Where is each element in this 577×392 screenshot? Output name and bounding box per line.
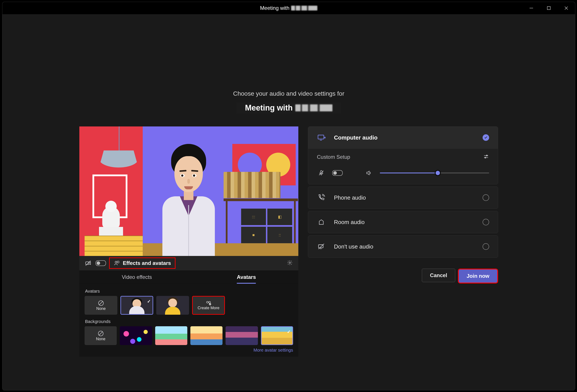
create-more-avatars[interactable]: Create More	[192, 296, 225, 315]
tab-avatars[interactable]: Avatars	[230, 271, 262, 284]
background-option-5[interactable]: ✓	[261, 326, 293, 345]
svg-point-12	[209, 301, 211, 303]
window-title-participant-redacted	[291, 6, 317, 10]
phone-audio-option[interactable]: Phone audio	[308, 187, 498, 209]
action-buttons: Cancel Join now	[308, 269, 498, 284]
meeting-title-participant-redacted	[295, 104, 332, 111]
svg-rect-1	[547, 6, 550, 10]
check-icon: ✓	[147, 299, 151, 304]
check-icon: ✓	[287, 329, 291, 334]
background-option-4[interactable]	[225, 326, 258, 345]
meeting-title-prefix: Meeting with	[245, 103, 293, 112]
svg-line-17	[99, 331, 103, 335]
audio-column: Computer audio Custom Setup	[308, 127, 498, 357]
no-audio-option[interactable]: Don't use audio	[308, 235, 498, 258]
avatar-thumbnails: None ✓	[85, 296, 293, 315]
meeting-title-line: Meeting with	[236, 102, 341, 113]
avatar-option-1[interactable]: ✓	[120, 296, 153, 315]
computer-audio-option[interactable]: Computer audio	[308, 127, 498, 149]
custom-setup-section: Custom Setup	[308, 149, 498, 184]
gear-icon	[287, 260, 293, 265]
minimize-button[interactable]	[523, 2, 540, 14]
title-bar: Meeting with	[2, 2, 575, 14]
camera-off-icon	[84, 260, 92, 266]
computer-audio-label: Computer audio	[334, 134, 377, 141]
prohibit-icon	[98, 330, 104, 337]
radio-unchecked-icon	[483, 194, 489, 201]
effects-icon	[114, 260, 120, 266]
svg-point-11	[207, 301, 208, 303]
room-audio-option[interactable]: Room audio	[308, 211, 498, 233]
speaker-icon	[364, 170, 373, 176]
phone-audio-label: Phone audio	[334, 194, 366, 201]
volume-slider[interactable]	[380, 172, 489, 173]
effects-button-label: Effects and avatars	[123, 260, 171, 266]
audio-box: Computer audio Custom Setup	[308, 127, 498, 184]
join-now-highlight: Join now	[458, 269, 498, 284]
svg-point-8	[289, 262, 291, 263]
svg-point-6	[115, 261, 117, 263]
svg-rect-7	[117, 261, 119, 263]
svg-line-10	[99, 301, 103, 305]
phone-icon	[317, 194, 326, 201]
radio-unchecked-icon	[483, 219, 489, 225]
no-audio-label: Don't use audio	[334, 243, 373, 250]
mic-muted-icon	[317, 170, 326, 176]
window-title: Meeting with	[260, 5, 318, 11]
background-option-3[interactable]	[190, 326, 222, 345]
preview-controls-bar: Effects and avatars	[79, 256, 298, 271]
prejoin-panel: :::◧ ■::	[79, 127, 498, 357]
background-none[interactable]: None	[85, 326, 117, 345]
tab-video-effects[interactable]: Video effects	[115, 271, 158, 284]
video-column: :::◧ ■::	[79, 127, 298, 357]
more-avatar-settings-link[interactable]: More avatar settings	[85, 348, 293, 353]
room-icon	[317, 219, 326, 226]
app-window: Meeting with Choose your audio and video…	[2, 2, 575, 391]
background-thumbnails: None ✓	[85, 326, 293, 345]
cancel-button[interactable]: Cancel	[422, 269, 455, 282]
content-area: Choose your audio and video settings for…	[2, 14, 575, 390]
sliders-icon	[483, 154, 489, 160]
close-button[interactable]	[558, 2, 575, 14]
radio-checked-icon	[483, 134, 489, 141]
join-now-button[interactable]: Join now	[459, 269, 497, 283]
video-preview: :::◧ ■::	[79, 127, 298, 256]
avatar-option-2[interactable]	[156, 296, 189, 315]
avatar-none[interactable]: None	[85, 296, 117, 315]
camera-toggle[interactable]	[96, 260, 106, 266]
avatar-preview	[149, 139, 228, 256]
device-settings-button[interactable]	[287, 260, 293, 266]
prompt-text: Choose your audio and video settings for	[233, 90, 344, 97]
backgrounds-section-label: Backgrounds	[85, 319, 293, 324]
window-title-prefix: Meeting with	[260, 5, 289, 11]
effects-and-avatars-button[interactable]: Effects and avatars	[109, 258, 176, 269]
background-option-1[interactable]	[120, 326, 152, 345]
computer-audio-icon	[317, 133, 326, 142]
mic-toggle[interactable]	[332, 170, 343, 176]
audio-settings-button[interactable]	[483, 154, 489, 161]
avatars-panel: Avatars None ✓	[79, 284, 298, 357]
effects-tabs: Video effects Avatars	[79, 271, 298, 284]
svg-rect-18	[318, 135, 324, 139]
window-controls	[523, 2, 575, 14]
background-option-2[interactable]	[155, 326, 187, 345]
radio-unchecked-icon	[483, 243, 489, 250]
prohibit-icon	[98, 300, 104, 306]
maximize-button[interactable]	[540, 2, 558, 14]
svg-line-5	[86, 261, 91, 266]
custom-setup-label: Custom Setup	[317, 154, 350, 160]
room-audio-label: Room audio	[334, 219, 364, 226]
no-audio-icon	[317, 243, 326, 250]
avatars-section-label: Avatars	[85, 289, 293, 294]
add-avatar-icon	[205, 300, 212, 306]
